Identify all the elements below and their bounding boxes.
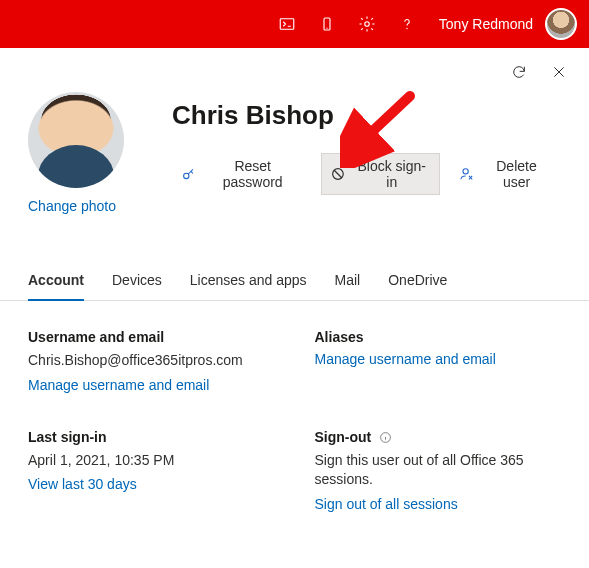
manage-username-link[interactable]: Manage username and email: [28, 377, 275, 393]
lastsignin-heading: Last sign-in: [28, 429, 275, 445]
svg-point-7: [463, 169, 468, 174]
aliases-field: Aliases Manage username and email: [315, 329, 562, 393]
block-signin-label: Block sign-in: [352, 158, 431, 190]
username-heading: Username and email: [28, 329, 275, 345]
view-last30-link[interactable]: View last 30 days: [28, 476, 275, 492]
user-header: Change photo Chris Bishop Reset password…: [0, 84, 589, 238]
change-photo-link[interactable]: Change photo: [28, 198, 116, 214]
signout-field: Sign-out Sign this user out of all Offic…: [315, 429, 562, 512]
user-photo: [28, 92, 124, 188]
info-icon[interactable]: [379, 431, 392, 444]
settings-icon[interactable]: [351, 8, 383, 40]
manage-aliases-link[interactable]: Manage username and email: [315, 351, 562, 367]
close-icon[interactable]: [547, 60, 571, 84]
block-signin-button[interactable]: Block sign-in: [321, 153, 440, 195]
svg-rect-0: [280, 19, 294, 30]
refresh-icon[interactable]: [507, 60, 531, 84]
delete-user-button[interactable]: Delete user: [450, 153, 561, 195]
signout-heading-text: Sign-out: [315, 429, 372, 445]
help-icon[interactable]: [391, 8, 423, 40]
suite-header: Tony Redmond: [0, 0, 589, 48]
lastsignin-field: Last sign-in April 1, 2021, 10:35 PM Vie…: [28, 429, 275, 512]
svg-point-5: [184, 173, 189, 178]
panel-controls: [0, 48, 589, 84]
signout-all-link[interactable]: Sign out of all sessions: [315, 496, 562, 512]
current-user-avatar[interactable]: [545, 8, 577, 40]
aliases-heading: Aliases: [315, 329, 562, 345]
tab-licenses[interactable]: Licenses and apps: [190, 262, 307, 300]
reset-password-label: Reset password: [203, 158, 303, 190]
tab-devices[interactable]: Devices: [112, 262, 162, 300]
delete-user-label: Delete user: [481, 158, 552, 190]
svg-point-2: [326, 28, 327, 29]
svg-point-4: [406, 28, 407, 29]
tab-account[interactable]: Account: [28, 262, 84, 300]
signout-heading: Sign-out: [315, 429, 562, 445]
device-icon[interactable]: [311, 8, 343, 40]
user-display-name: Chris Bishop: [172, 100, 561, 131]
signout-desc: Sign this user out of all Office 365 ses…: [315, 451, 562, 490]
user-actions: Reset password Block sign-in Delete user: [172, 153, 561, 195]
lastsignin-value: April 1, 2021, 10:35 PM: [28, 451, 275, 471]
current-user-name: Tony Redmond: [439, 16, 533, 32]
svg-point-3: [365, 22, 370, 27]
username-field: Username and email Chris.Bishop@office36…: [28, 329, 275, 393]
username-value: Chris.Bishop@office365itpros.com: [28, 351, 275, 371]
shell-icon[interactable]: [271, 8, 303, 40]
reset-password-button[interactable]: Reset password: [172, 153, 311, 195]
account-panel: Username and email Chris.Bishop@office36…: [0, 301, 589, 532]
tab-mail[interactable]: Mail: [335, 262, 361, 300]
tab-onedrive[interactable]: OneDrive: [388, 262, 447, 300]
detail-tabs: Account Devices Licenses and apps Mail O…: [0, 262, 589, 301]
